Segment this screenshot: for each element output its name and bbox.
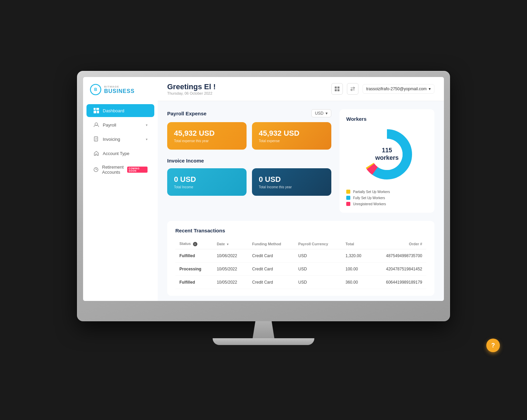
sidebar-item-dashboard[interactable]: Dashboard (86, 104, 154, 117)
sidebar-item-dashboard-label: Dashboard (103, 108, 148, 113)
transfer-icon (350, 86, 355, 92)
income-card-total: 0 USD Total Income (167, 168, 247, 196)
col-date: Date ▾ (213, 239, 248, 249)
left-panel: Payroll Expense USD ▾ 45,932 USD Total e… (167, 109, 331, 213)
payroll-icon (93, 122, 99, 128)
legend-fully-label: Fully Set Up Workers (353, 196, 385, 200)
income-card-year: 0 USD Total Income this year (252, 168, 331, 196)
legend-partially-label: Partially Set Up Workers (353, 190, 390, 194)
header: Greetings El ! Thursday, 06 October 2022 (158, 77, 444, 101)
row-currency: USD (294, 249, 341, 263)
row-total: 100.00 (341, 263, 371, 276)
sidebar-item-invoicing[interactable]: Invoicing ▾ (86, 133, 154, 146)
bitwage-logo-icon: B (90, 84, 101, 95)
transactions-table-body: Fulfilled 10/06/2022 Credit Card USD 1,3… (175, 249, 426, 289)
sidebar-item-retirement[interactable]: Retirement Accounts COMING SOON (86, 161, 154, 178)
svg-rect-4 (94, 111, 96, 113)
row-total: 360.00 (341, 276, 371, 289)
user-menu[interactable]: trassoizifrafo-2750@yopmail.com ▾ (363, 84, 434, 94)
row-date: 10/06/2022 (213, 249, 248, 263)
sidebar: B bitwage BUSINESS Dashboard (83, 77, 158, 301)
income-total-label: Total Income (174, 185, 240, 189)
income-year-amount: 0 USD (259, 175, 325, 184)
payroll-cards: 45,932 USD Total expense this year 45,93… (167, 122, 331, 150)
invoicing-chevron-icon: ▾ (146, 137, 148, 141)
legend-unregistered-dot (346, 202, 350, 206)
row-funding: Credit Card (248, 263, 294, 276)
sidebar-item-payroll-label: Payroll (103, 122, 142, 128)
donut-center-text: 115 workers (373, 147, 401, 161)
workers-panel: Workers (339, 109, 434, 213)
grid-icon-button[interactable] (331, 83, 343, 95)
invoice-icon (93, 136, 99, 142)
col-status: Status i (175, 239, 213, 249)
income-year-label: Total Income this year (259, 185, 325, 189)
row-funding: Credit Card (248, 249, 294, 263)
row-status: Fulfilled (175, 249, 213, 263)
svg-text:B: B (94, 87, 97, 92)
payroll-chevron-icon: ▾ (146, 123, 148, 127)
transactions-title: Recent Transactions (175, 228, 426, 233)
monitor-stand-neck (250, 321, 277, 338)
greeting-title: Greetings El ! (167, 82, 216, 91)
row-order[interactable]: 6064419989189179 (371, 276, 426, 289)
status-info-icon: i (193, 242, 197, 246)
workers-chart: 115 workers (360, 127, 414, 182)
coming-soon-badge: COMING SOON (127, 167, 148, 173)
transactions-table-head: Status i Date ▾ Funding Method Payroll C… (175, 239, 426, 249)
svg-rect-14 (335, 87, 337, 89)
workers-title: Workers (346, 116, 367, 122)
retirement-icon (93, 167, 99, 173)
row-order[interactable]: 4875494998735700 (371, 249, 426, 263)
payroll-card-total: 45,932 USD Total expense (252, 122, 331, 150)
svg-rect-15 (337, 87, 339, 89)
payroll-year-label: Total expense this year (174, 139, 240, 143)
legend-unregistered: Unregistered Workers (346, 202, 428, 206)
date-sort-icon: ▾ (227, 243, 229, 246)
currency-select[interactable]: USD ▾ (311, 109, 331, 117)
help-button[interactable]: ? (486, 339, 500, 352)
invoice-cards: 0 USD Total Income 0 USD Total Income th… (167, 168, 331, 196)
col-funding: Funding Method (248, 239, 294, 249)
workers-count: 115 workers (375, 147, 398, 161)
payroll-total-amount: 45,932 USD (259, 129, 325, 138)
legend-unregistered-label: Unregistered Workers (353, 202, 386, 206)
legend-partially: Partially Set Up Workers (346, 190, 428, 194)
dashboard-icon (93, 108, 99, 114)
currency-chevron-icon: ▾ (326, 111, 328, 116)
legend-fully-dot (346, 196, 350, 200)
sidebar-item-payroll[interactable]: Payroll ▾ (86, 118, 154, 131)
svg-rect-5 (97, 111, 99, 113)
row-currency: USD (294, 276, 341, 289)
transactions-header-row: Status i Date ▾ Funding Method Payroll C… (175, 239, 426, 249)
svg-rect-3 (96, 108, 99, 110)
payroll-year-amount: 45,932 USD (174, 129, 240, 138)
payroll-section-header: Payroll Expense USD ▾ (167, 109, 331, 117)
logo-business: BUSINESS (104, 88, 135, 94)
row-funding: Credit Card (248, 276, 294, 289)
invoice-section-header: Invoice Income (167, 158, 331, 164)
table-row: Processing 10/05/2022 Credit Card USD 10… (175, 263, 426, 276)
transactions-section: Recent Transactions Status i Date ▾ (167, 221, 434, 296)
row-date: 10/05/2022 (213, 263, 248, 276)
account-icon (93, 150, 99, 156)
monitor-stand-base (213, 338, 314, 345)
row-order[interactable]: 4204787519841452 (371, 263, 426, 276)
row-status: Processing (175, 263, 213, 276)
income-total-amount: 0 USD (174, 175, 240, 184)
col-total: Total (341, 239, 371, 249)
legend-fully: Fully Set Up Workers (346, 196, 428, 200)
svg-rect-2 (94, 108, 96, 110)
invoice-section-title: Invoice Income (167, 158, 204, 164)
transfer-icon-button[interactable] (347, 83, 358, 95)
currency-value: USD (315, 111, 324, 116)
table-row: Fulfilled 10/06/2022 Credit Card USD 1,3… (175, 249, 426, 263)
col-order: Order # (371, 239, 426, 249)
svg-rect-16 (335, 89, 337, 91)
row-status: Fulfilled (175, 276, 213, 289)
sidebar-item-invoicing-label: Invoicing (103, 137, 142, 142)
sidebar-item-account-type[interactable]: Account Type (86, 147, 154, 160)
row-currency: USD (294, 263, 341, 276)
row-date: 10/05/2022 (213, 276, 248, 289)
transactions-table: Status i Date ▾ Funding Method Payroll C… (175, 239, 426, 289)
